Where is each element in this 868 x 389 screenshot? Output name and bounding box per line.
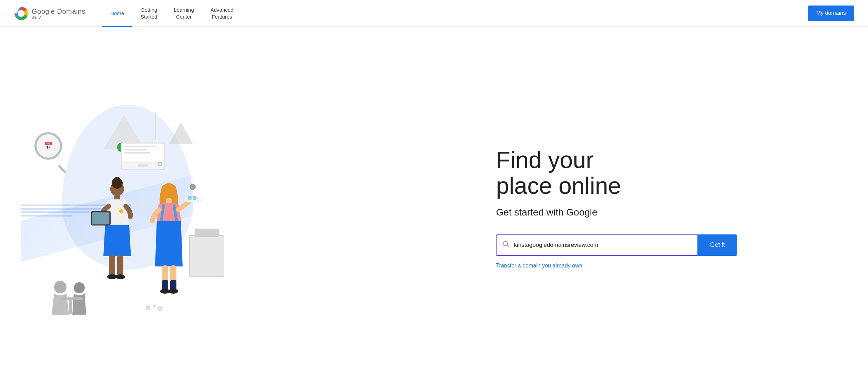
svg-rect-6: [92, 212, 109, 224]
nav-getting-started[interactable]: GettingStarted: [132, 0, 165, 27]
svg-point-10: [115, 274, 125, 279]
content-area: Find your place online Get started with …: [475, 147, 847, 269]
svg-point-29: [146, 305, 151, 310]
svg-point-25: [54, 281, 67, 293]
svg-point-31: [157, 306, 163, 311]
logo-text: Google Domains BETA: [32, 8, 85, 19]
svg-rect-7: [109, 255, 115, 276]
svg-rect-23: [190, 235, 224, 277]
svg-line-33: [507, 245, 509, 247]
google-logo-icon: [14, 6, 28, 21]
illustration-area: 📅: [21, 87, 475, 328]
svg-point-3: [114, 177, 121, 184]
search-box: [496, 234, 697, 256]
nav-home[interactable]: Home: [102, 0, 132, 27]
main-headline: Find your place online: [496, 147, 847, 199]
nav-learning-center[interactable]: LearningCenter: [165, 0, 202, 27]
people-illustration: [41, 129, 234, 328]
svg-point-14: [184, 197, 201, 202]
header: Google Domains BETA Home GettingStarted …: [0, 0, 868, 27]
transfer-domain-link[interactable]: Transfer a domain you already own: [496, 263, 582, 269]
main-nav: Home GettingStarted LearningCenter Advan…: [102, 0, 808, 27]
svg-rect-27: [62, 297, 83, 300]
get-it-button[interactable]: Get it: [697, 234, 737, 256]
svg-point-30: [153, 304, 156, 308]
search-icon: [502, 240, 510, 250]
svg-rect-16: [193, 196, 196, 200]
my-domains-button[interactable]: My domains: [808, 6, 854, 21]
sub-headline: Get started with Google: [496, 207, 847, 218]
svg-rect-24: [195, 229, 219, 237]
svg-rect-28: [69, 300, 72, 314]
svg-point-22: [169, 289, 178, 294]
svg-point-26: [74, 282, 85, 293]
main-content: 📅: [0, 27, 868, 389]
logo-area: Google Domains BETA: [14, 6, 85, 21]
search-container: Get it: [496, 234, 737, 256]
svg-point-0: [18, 10, 24, 17]
logo-beta: BETA: [32, 15, 85, 19]
svg-point-21: [160, 289, 170, 294]
svg-rect-8: [117, 255, 123, 276]
svg-rect-15: [188, 196, 192, 200]
svg-point-9: [107, 274, 117, 279]
nav-advanced-features[interactable]: AdvancedFeatures: [202, 0, 242, 27]
svg-point-11: [119, 209, 123, 213]
logo-name: Google Domains: [32, 8, 85, 15]
domain-search-input[interactable]: [514, 242, 692, 249]
